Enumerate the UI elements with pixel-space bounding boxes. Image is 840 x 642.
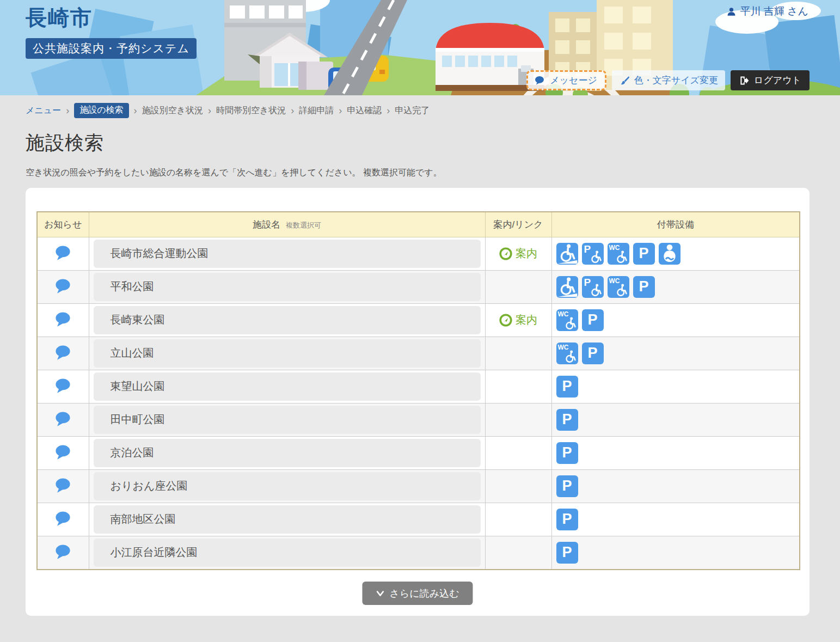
notice-bubble-icon[interactable] (54, 444, 72, 460)
table-row: 立山公園 WC P (37, 337, 800, 370)
facility-name: 南部地区公園 (111, 512, 176, 527)
notice-bubble-icon[interactable] (54, 477, 72, 493)
breadcrumb-availability-by-time: 時間帯別空き状況 (216, 105, 286, 117)
parking-icon: P (556, 376, 578, 398)
table-row: 平和公園 P WC P (37, 270, 800, 303)
logout-button-label: ログアウト (754, 74, 801, 87)
guide-link-label: 案内 (516, 313, 537, 327)
facility-name: 長崎市総合運動公園 (111, 246, 209, 261)
amenity-icons: P (552, 442, 800, 464)
notice-bubble-icon[interactable] (54, 278, 72, 294)
breadcrumb-availability-by-facility: 施設別空き状況 (142, 105, 203, 117)
amenity-icons: P (552, 409, 800, 431)
breadcrumb-application-complete: 申込完了 (395, 105, 430, 117)
table-row: おりおん座公園 P (37, 469, 800, 503)
color-size-button-label: 色・文字サイズ変更 (634, 74, 718, 87)
parking-icon: P (582, 343, 604, 364)
facility-select-button[interactable]: 平和公園 (94, 273, 481, 301)
breadcrumb-separator: › (134, 105, 137, 117)
facility-list-card: お知らせ 施設名複数選択可 案内/リンク 付帯設備 長崎市総合運動公園 (26, 188, 810, 616)
breadcrumb-separator: › (208, 105, 211, 117)
amenity-icons: P (552, 475, 800, 497)
breadcrumb-application-confirm: 申込確認 (347, 105, 382, 117)
column-header-facility: 施設名複数選択可 (89, 212, 485, 237)
facility-select-button[interactable]: 京泊公園 (94, 439, 481, 467)
speech-bubble-icon (534, 75, 545, 86)
notice-bubble-icon[interactable] (54, 311, 72, 327)
logout-button[interactable]: ログアウト (731, 70, 810, 90)
facility-select-button[interactable]: 長崎市総合運動公園 (94, 240, 481, 268)
table-row: 田中町公園 P (37, 403, 800, 436)
page-title: 施設検索 (26, 130, 840, 156)
breadcrumb-separator: › (339, 105, 342, 117)
parking-icon: P (556, 442, 578, 464)
guide-compass-icon (499, 314, 512, 327)
breadcrumb-facility-search: 施設の検索 (74, 103, 128, 118)
facility-header-note: 複数選択可 (286, 221, 321, 229)
amenity-icons: P WC P (552, 243, 800, 265)
user-name: 平川 吉輝 さん (740, 4, 808, 19)
breadcrumb-separator: › (291, 105, 294, 117)
parking-icon: P (556, 509, 578, 530)
facility-select-button[interactable]: 長崎東公園 (94, 306, 481, 334)
facility-name: 平和公園 (111, 279, 154, 294)
breadcrumb-menu[interactable]: メニュー (26, 105, 61, 117)
facility-select-button[interactable]: おりおん座公園 (94, 472, 481, 500)
table-header-row: お知らせ 施設名複数選択可 案内/リンク 付帯設備 (37, 212, 800, 237)
notice-bubble-icon[interactable] (54, 543, 72, 560)
parking-icon: P (633, 243, 655, 265)
notice-bubble-icon[interactable] (54, 510, 72, 527)
city-title: 長崎市 (26, 3, 93, 33)
main-content: メニュー › 施設の検索 › 施設別空き状況 › 時間帯別空き状況 › 詳細申請… (0, 95, 840, 616)
page-description: 空き状況の照会や予約をしたい施設の名称を選んで「次へ進む」を押してください。 複… (26, 167, 840, 179)
accessible-parking-icon: P (582, 243, 604, 265)
guide-compass-icon (499, 247, 512, 260)
load-more-label: さらに読み込む (389, 587, 459, 600)
breadcrumb: メニュー › 施設の検索 › 施設別空き状況 › 時間帯別空き状況 › 詳細申請… (26, 103, 840, 118)
breadcrumb-separator: › (387, 105, 390, 117)
color-size-button[interactable]: 色・文字サイズ変更 (612, 70, 725, 90)
facility-name: 東望山公園 (111, 379, 165, 394)
notice-bubble-icon[interactable] (54, 377, 72, 394)
facility-table: お知らせ 施設名複数選択可 案内/リンク 付帯設備 長崎市総合運動公園 (36, 211, 800, 570)
accessible-toilet-icon: WC (556, 343, 578, 364)
accessible-parking-icon: P (582, 276, 604, 298)
accessible-toilet-icon: WC (608, 276, 629, 298)
paintbrush-icon (619, 75, 630, 86)
system-badge: 公共施設案内・予約システム (26, 38, 197, 59)
guide-link[interactable]: 案内 (486, 246, 551, 261)
amenity-icons: WC P (552, 309, 800, 331)
parking-icon: P (582, 309, 604, 331)
column-header-guide: 案内/リンク (485, 212, 551, 237)
accessible-toilet-icon: WC (608, 243, 629, 265)
accessible-toilet-icon: WC (556, 309, 578, 331)
amenity-icons: P (552, 542, 800, 564)
message-button[interactable]: メッセージ (526, 70, 606, 90)
facility-select-button[interactable]: 立山公園 (94, 339, 481, 368)
table-row: 東望山公園 P (37, 370, 800, 403)
load-more-button[interactable]: さらに読み込む (362, 582, 473, 605)
facility-name: 田中町公園 (111, 412, 165, 427)
notice-bubble-icon[interactable] (54, 244, 72, 261)
notice-bubble-icon[interactable] (54, 344, 72, 360)
parking-icon: P (556, 542, 578, 564)
breadcrumb-detail-application: 詳細申請 (299, 105, 334, 117)
logout-icon (739, 75, 750, 86)
parking-icon: P (633, 276, 655, 298)
wheelchair-ramp-icon (556, 243, 578, 265)
notice-bubble-icon[interactable] (54, 411, 72, 427)
facility-select-button[interactable]: 田中町公園 (94, 406, 481, 434)
parking-icon: P (556, 475, 578, 497)
amenity-icons: WC P (552, 343, 800, 364)
facility-name: 京泊公園 (111, 445, 154, 460)
facility-select-button[interactable]: 南部地区公園 (94, 505, 481, 534)
table-row: 小江原台近隣公園 P (37, 536, 800, 570)
table-row: 京泊公園 P (37, 436, 800, 469)
facility-name: 小江原台近隣公園 (111, 545, 198, 560)
facility-header-label: 施設名 (253, 219, 280, 230)
facility-select-button[interactable]: 小江原台近隣公園 (94, 539, 481, 567)
amenity-icons: P (552, 376, 800, 398)
facility-select-button[interactable]: 東望山公園 (94, 372, 481, 401)
guide-link[interactable]: 案内 (486, 313, 551, 327)
column-header-amenities: 付帯設備 (551, 212, 800, 237)
